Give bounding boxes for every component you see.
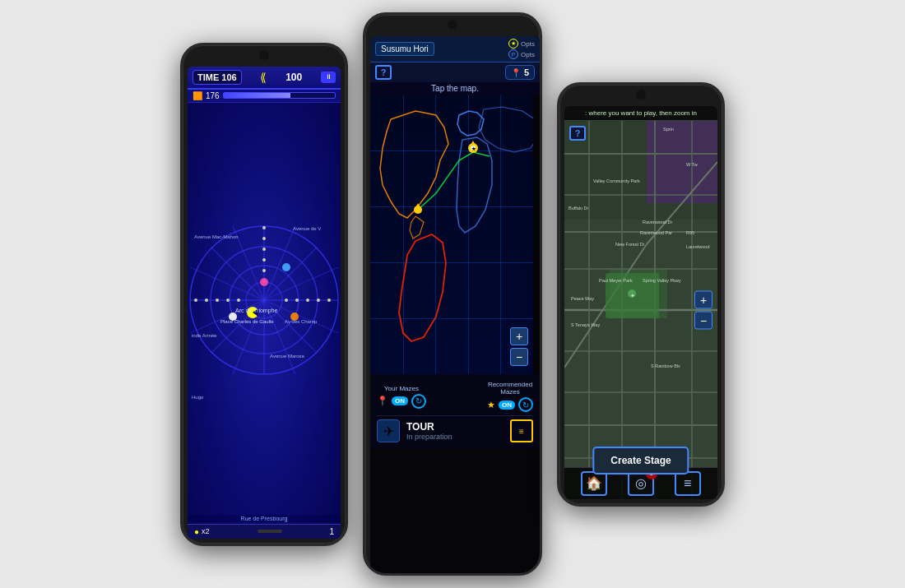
p3-zoom-out-button[interactable]: −	[694, 311, 712, 329]
p2-tap-label: Tap the map.	[370, 82, 540, 95]
p2-recommended-toggle[interactable]: ON	[499, 400, 515, 410]
p2-recommended-refresh-button[interactable]: ↻	[518, 397, 533, 412]
p2-bottom-panel: Your Mazes 📍 ON ↻ Recommended Mazes ★ ON	[370, 374, 540, 449]
p2-opt-2[interactable]: P Opts	[508, 49, 535, 59]
svg-text:Buffalo Dr: Buffalo Dr	[569, 206, 589, 211]
p1-map-bg: Avenue Mac-Mahon Avenue de V Arc de Trio…	[188, 103, 341, 539]
p3-header-text: : where you want to play, then zoom in	[564, 106, 717, 121]
phone-3-notch	[636, 90, 646, 100]
svg-text:Arc de Triomphe: Arc de Triomphe	[235, 308, 277, 314]
p2-topbar: Susumu Hori ★ Opts P Opts	[370, 36, 540, 63]
p3-menu-button[interactable]: ≡	[675, 471, 701, 496]
p2-zoom-out-button[interactable]: −	[510, 348, 528, 366]
phone-2-screen: Susumu Hori ★ Opts P Opts ? 📍	[370, 36, 540, 573]
svg-text:Spring Valley Pkwy: Spring Valley Pkwy	[643, 278, 681, 283]
p1-lives-count: 1	[329, 527, 334, 536]
phone-1: TIME 106 ⟪ 100 ⏸ 🟧 176	[180, 43, 348, 546]
svg-point-12	[262, 226, 266, 229]
p2-your-mazes-toggle[interactable]: ON	[392, 396, 408, 405]
svg-text:Paul Meyer Park: Paul Meyer Park	[599, 278, 633, 283]
svg-text:R95: R95	[686, 230, 694, 235]
p2-username: Susumu Hori	[375, 42, 434, 56]
svg-text:Ravenwood Par: Ravenwood Par	[640, 230, 672, 235]
p1-pause-button[interactable]: ⏸	[321, 72, 336, 83]
p2-recommended-toggle-row: ★ ON ↻	[487, 397, 533, 412]
phone-2-notch	[448, 20, 457, 30]
svg-point-25	[306, 299, 309, 302]
svg-text:Ravenwood Dr: Ravenwood Dr	[643, 220, 673, 225]
p1-footer: ● x2 1	[188, 524, 341, 539]
svg-text:✦: ✦	[630, 293, 635, 299]
svg-point-15	[262, 258, 266, 262]
p2-recommended-mazes-group: Recommended Mazes ★ ON ↻	[487, 381, 533, 412]
phone-1-screen: TIME 106 ⟪ 100 ⏸ 🟧 176	[188, 67, 341, 539]
p3-home-button[interactable]: 🏠	[581, 471, 607, 496]
p3-zoom-in-button[interactable]: +	[694, 290, 712, 308]
p1-progress-fill	[224, 93, 290, 98]
svg-text:S Tenaya Way: S Tenaya Way	[571, 322, 600, 327]
p1-hud2: 🟧 176	[188, 90, 341, 103]
p2-opt-1-label: Opts	[521, 40, 535, 48]
svg-text:Valley Community Park: Valley Community Park	[593, 178, 640, 183]
p2-menu-button[interactable]: ≡	[510, 419, 533, 442]
p1-progress-bar	[223, 92, 336, 99]
p3-target-button[interactable]: ◎ 2	[628, 471, 654, 496]
p3-map[interactable]: ✦ Sprin W Tw Valley Community Park Buffa…	[564, 121, 717, 499]
p2-recommended-icon: ★	[487, 400, 495, 410]
p3-zoom-buttons: + −	[694, 290, 712, 329]
svg-text:W Tw: W Tw	[686, 162, 698, 167]
p2-help-button[interactable]: ?	[375, 65, 392, 80]
p2-tour-row: ✈ TOUR In preparation ≡	[377, 415, 533, 446]
svg-text:Avenue Mac-Mahon: Avenue Mac-Mahon	[194, 234, 239, 239]
p2-world-map[interactable]: ★ + −	[370, 95, 533, 374]
p2-mazes-row: Your Mazes 📍 ON ↻ Recommended Mazes ★ ON	[377, 377, 533, 415]
world-map-svg: ★	[370, 95, 533, 374]
svg-text:New Forest Dr: New Forest Dr	[615, 242, 645, 247]
p1-map: Avenue Mac-Mahon Avenue de V Arc de Trio…	[188, 103, 341, 539]
p2-tour-title: TOUR	[406, 421, 504, 433]
p2-counter-num: 5	[524, 67, 529, 77]
svg-text:Sprin: Sprin	[663, 127, 674, 132]
p1-roads-svg: Avenue Mac-Mahon Avenue de V Arc de Trio…	[188, 103, 341, 498]
svg-point-27	[327, 299, 331, 302]
svg-text:Place Charles de Gaulle: Place Charles de Gaulle	[220, 319, 274, 324]
svg-text:Av des Champ: Av des Champ	[285, 319, 318, 324]
phone-1-notch	[259, 50, 269, 60]
p3-create-stage-button[interactable]: Create Stage	[592, 447, 689, 475]
svg-point-20	[216, 299, 219, 302]
p2-your-mazes-group: Your Mazes 📍 ON ↻	[377, 385, 426, 409]
p2-opt-1[interactable]: ★ Opts	[508, 39, 535, 49]
p2-recommended-label: Recommended Mazes	[487, 381, 533, 396]
p1-pacman-icon: ●	[194, 527, 199, 536]
p2-your-mazes-icon: 📍	[377, 396, 388, 406]
p1-street-label: Rue de Presbourg	[188, 515, 341, 522]
p2-zoom-in-button[interactable]: +	[510, 327, 528, 345]
svg-point-21	[226, 299, 230, 302]
p2-opt-blue-icon: P	[508, 49, 518, 59]
p2-your-mazes-refresh-button[interactable]: ↻	[411, 394, 426, 409]
p2-opt-gold-icon: ★	[508, 39, 518, 49]
svg-text:S Rainbow Blv: S Rainbow Blv	[651, 363, 680, 368]
p2-pin-icon: 📍	[511, 68, 521, 77]
p2-opt-2-label: Opts	[521, 51, 535, 58]
p2-tour-subtitle: In preparation	[406, 433, 504, 441]
phones-container: TIME 106 ⟪ 100 ⏸ 🟧 176	[180, 12, 725, 576]
svg-point-26	[317, 299, 320, 302]
svg-text:Avenue Marcea: Avenue Marcea	[270, 354, 305, 359]
svg-point-22	[237, 299, 240, 302]
p2-your-mazes-label: Your Mazes	[377, 385, 426, 392]
p1-gem-count: 176	[206, 91, 220, 100]
svg-point-13	[262, 237, 266, 240]
phone-3: : where you want to play, then zoom in	[557, 82, 725, 507]
p3-help-button[interactable]: ?	[569, 126, 586, 141]
svg-text:inde Armée: inde Armée	[192, 333, 217, 338]
svg-text:Hugo: Hugo	[192, 395, 204, 400]
svg-point-16	[262, 269, 266, 272]
p1-gem-icon: 🟧	[193, 91, 202, 100]
svg-point-14	[262, 248, 266, 251]
p1-hud: TIME 106 ⟪ 100 ⏸	[188, 67, 341, 90]
p2-options: ★ Opts P Opts	[508, 39, 535, 59]
svg-point-23	[285, 299, 288, 302]
svg-text:Peace Way: Peace Way	[571, 296, 594, 301]
phone-3-screen: : where you want to play, then zoom in	[564, 106, 717, 499]
